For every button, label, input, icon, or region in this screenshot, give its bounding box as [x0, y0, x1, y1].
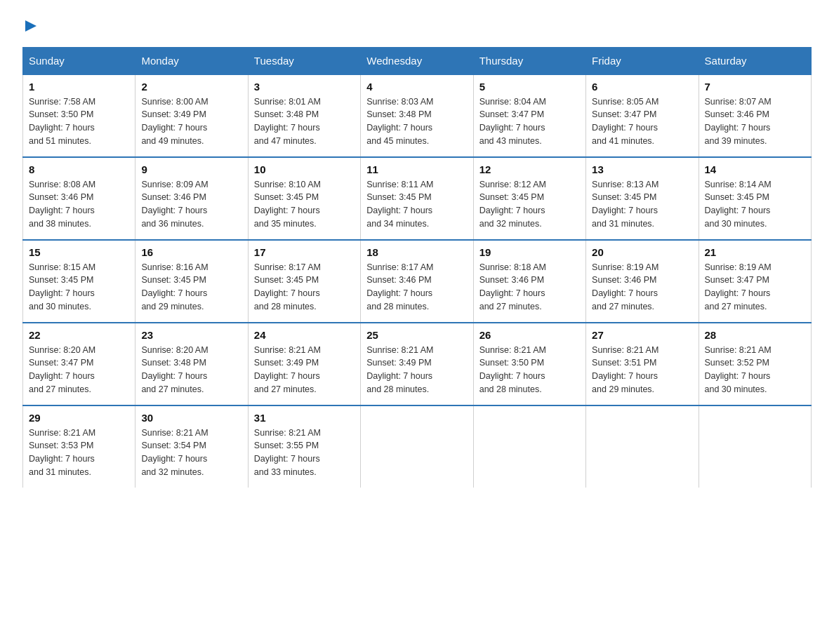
calendar-cell: 25 Sunrise: 8:21 AM Sunset: 3:49 PM Dayl…	[361, 323, 473, 405]
calendar-cell	[699, 405, 811, 488]
day-info: Sunrise: 8:03 AM Sunset: 3:48 PM Dayligh…	[366, 95, 467, 148]
calendar-cell: 31 Sunrise: 8:21 AM Sunset: 3:55 PM Dayl…	[248, 405, 360, 488]
calendar-cell: 14 Sunrise: 8:14 AM Sunset: 3:45 PM Dayl…	[699, 157, 811, 240]
day-number: 15	[29, 246, 129, 258]
calendar-week-3: 15 Sunrise: 8:15 AM Sunset: 3:45 PM Dayl…	[23, 240, 812, 323]
day-number: 7	[705, 81, 805, 93]
day-number: 27	[592, 329, 692, 341]
day-number: 8	[29, 163, 129, 175]
calendar-cell: 19 Sunrise: 8:18 AM Sunset: 3:46 PM Dayl…	[473, 240, 585, 323]
day-number: 3	[254, 81, 355, 93]
day-info: Sunrise: 8:01 AM Sunset: 3:48 PM Dayligh…	[254, 95, 355, 148]
calendar-cell: 27 Sunrise: 8:21 AM Sunset: 3:51 PM Dayl…	[586, 323, 699, 405]
calendar-cell: 10 Sunrise: 8:10 AM Sunset: 3:45 PM Dayl…	[248, 157, 360, 240]
day-info: Sunrise: 8:12 AM Sunset: 3:45 PM Dayligh…	[479, 178, 580, 231]
calendar-cell: 2 Sunrise: 8:00 AM Sunset: 3:49 PM Dayli…	[135, 74, 248, 157]
logo	[22, 17, 39, 34]
day-number: 13	[592, 163, 692, 175]
day-info: Sunrise: 8:05 AM Sunset: 3:47 PM Dayligh…	[592, 95, 692, 148]
weekday-header-monday: Monday	[135, 47, 248, 74]
day-number: 10	[254, 163, 355, 175]
calendar-cell: 7 Sunrise: 8:07 AM Sunset: 3:46 PM Dayli…	[699, 74, 811, 157]
calendar-week-2: 8 Sunrise: 8:08 AM Sunset: 3:46 PM Dayli…	[23, 157, 812, 240]
calendar-cell: 16 Sunrise: 8:16 AM Sunset: 3:45 PM Dayl…	[135, 240, 248, 323]
calendar-cell: 26 Sunrise: 8:21 AM Sunset: 3:50 PM Dayl…	[473, 323, 585, 405]
day-info: Sunrise: 8:21 AM Sunset: 3:49 PM Dayligh…	[366, 344, 467, 396]
day-number: 22	[29, 329, 129, 341]
day-number: 2	[141, 81, 241, 93]
calendar-table: SundayMondayTuesdayWednesdayThursdayFrid…	[22, 47, 812, 488]
day-info: Sunrise: 8:17 AM Sunset: 3:45 PM Dayligh…	[254, 261, 355, 314]
day-info: Sunrise: 8:18 AM Sunset: 3:46 PM Dayligh…	[479, 261, 580, 314]
day-info: Sunrise: 8:19 AM Sunset: 3:46 PM Dayligh…	[592, 261, 692, 314]
day-number: 6	[592, 81, 692, 93]
calendar-cell: 11 Sunrise: 8:11 AM Sunset: 3:45 PM Dayl…	[361, 157, 473, 240]
day-number: 26	[479, 329, 580, 341]
calendar-cell	[361, 405, 473, 488]
day-info: Sunrise: 8:21 AM Sunset: 3:50 PM Dayligh…	[479, 344, 580, 396]
calendar-cell: 21 Sunrise: 8:19 AM Sunset: 3:47 PM Dayl…	[699, 240, 811, 323]
weekday-header-wednesday: Wednesday	[361, 47, 473, 74]
calendar-cell: 15 Sunrise: 8:15 AM Sunset: 3:45 PM Dayl…	[23, 240, 135, 323]
weekday-header-tuesday: Tuesday	[248, 47, 360, 74]
day-number: 1	[29, 81, 129, 93]
calendar-cell: 29 Sunrise: 8:21 AM Sunset: 3:53 PM Dayl…	[23, 405, 135, 488]
day-info: Sunrise: 8:15 AM Sunset: 3:45 PM Dayligh…	[29, 261, 129, 314]
calendar-cell: 8 Sunrise: 8:08 AM Sunset: 3:46 PM Dayli…	[23, 157, 135, 240]
calendar-week-5: 29 Sunrise: 8:21 AM Sunset: 3:53 PM Dayl…	[23, 405, 812, 488]
calendar-cell	[473, 405, 585, 488]
day-info: Sunrise: 8:19 AM Sunset: 3:47 PM Dayligh…	[705, 261, 805, 314]
calendar-cell: 22 Sunrise: 8:20 AM Sunset: 3:47 PM Dayl…	[23, 323, 135, 405]
day-info: Sunrise: 8:21 AM Sunset: 3:53 PM Dayligh…	[29, 427, 129, 479]
weekday-header-saturday: Saturday	[699, 47, 811, 74]
day-number: 28	[705, 329, 805, 341]
day-number: 17	[254, 246, 355, 258]
day-info: Sunrise: 7:58 AM Sunset: 3:50 PM Dayligh…	[29, 95, 129, 148]
day-number: 25	[366, 329, 467, 341]
calendar-cell: 30 Sunrise: 8:21 AM Sunset: 3:54 PM Dayl…	[135, 405, 248, 488]
day-info: Sunrise: 8:16 AM Sunset: 3:45 PM Dayligh…	[141, 261, 241, 314]
weekday-header-sunday: Sunday	[23, 47, 135, 74]
day-number: 29	[29, 412, 129, 424]
calendar-cell: 12 Sunrise: 8:12 AM Sunset: 3:45 PM Dayl…	[473, 157, 585, 240]
weekday-header-row: SundayMondayTuesdayWednesdayThursdayFrid…	[23, 47, 812, 74]
day-info: Sunrise: 8:21 AM Sunset: 3:54 PM Dayligh…	[141, 427, 241, 479]
day-info: Sunrise: 8:11 AM Sunset: 3:45 PM Dayligh…	[366, 178, 467, 231]
calendar-cell	[586, 405, 699, 488]
calendar-cell: 24 Sunrise: 8:21 AM Sunset: 3:49 PM Dayl…	[248, 323, 360, 405]
day-number: 30	[141, 412, 241, 424]
day-number: 14	[705, 163, 805, 175]
day-number: 20	[592, 246, 692, 258]
calendar-cell: 5 Sunrise: 8:04 AM Sunset: 3:47 PM Dayli…	[473, 74, 585, 157]
day-info: Sunrise: 8:21 AM Sunset: 3:51 PM Dayligh…	[592, 344, 692, 396]
calendar-cell: 6 Sunrise: 8:05 AM Sunset: 3:47 PM Dayli…	[586, 74, 699, 157]
calendar-cell: 3 Sunrise: 8:01 AM Sunset: 3:48 PM Dayli…	[248, 74, 360, 157]
day-number: 5	[479, 81, 580, 93]
page-header	[22, 17, 812, 34]
day-info: Sunrise: 8:20 AM Sunset: 3:47 PM Dayligh…	[29, 344, 129, 396]
calendar-cell: 18 Sunrise: 8:17 AM Sunset: 3:46 PM Dayl…	[361, 240, 473, 323]
day-info: Sunrise: 8:21 AM Sunset: 3:52 PM Dayligh…	[705, 344, 805, 396]
day-info: Sunrise: 8:13 AM Sunset: 3:45 PM Dayligh…	[592, 178, 692, 231]
day-number: 24	[254, 329, 355, 341]
day-info: Sunrise: 8:14 AM Sunset: 3:45 PM Dayligh…	[705, 178, 805, 231]
day-info: Sunrise: 8:20 AM Sunset: 3:48 PM Dayligh…	[141, 344, 241, 396]
day-info: Sunrise: 8:07 AM Sunset: 3:46 PM Dayligh…	[705, 95, 805, 148]
calendar-week-1: 1 Sunrise: 7:58 AM Sunset: 3:50 PM Dayli…	[23, 74, 812, 157]
day-info: Sunrise: 8:17 AM Sunset: 3:46 PM Dayligh…	[366, 261, 467, 314]
calendar-week-4: 22 Sunrise: 8:20 AM Sunset: 3:47 PM Dayl…	[23, 323, 812, 405]
svg-marker-0	[25, 20, 37, 32]
calendar-cell: 23 Sunrise: 8:20 AM Sunset: 3:48 PM Dayl…	[135, 323, 248, 405]
day-number: 19	[479, 246, 580, 258]
day-number: 18	[366, 246, 467, 258]
day-info: Sunrise: 8:08 AM Sunset: 3:46 PM Dayligh…	[29, 178, 129, 231]
calendar-cell: 17 Sunrise: 8:17 AM Sunset: 3:45 PM Dayl…	[248, 240, 360, 323]
day-info: Sunrise: 8:09 AM Sunset: 3:46 PM Dayligh…	[141, 178, 241, 231]
day-info: Sunrise: 8:21 AM Sunset: 3:55 PM Dayligh…	[254, 427, 355, 479]
logo-arrow-icon	[24, 17, 38, 37]
day-number: 23	[141, 329, 241, 341]
day-number: 16	[141, 246, 241, 258]
day-number: 21	[705, 246, 805, 258]
day-number: 31	[254, 412, 355, 424]
day-info: Sunrise: 8:04 AM Sunset: 3:47 PM Dayligh…	[479, 95, 580, 148]
